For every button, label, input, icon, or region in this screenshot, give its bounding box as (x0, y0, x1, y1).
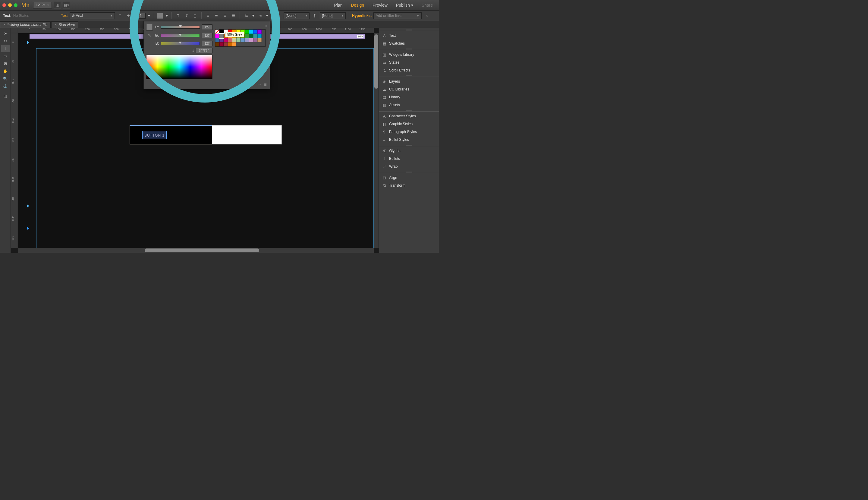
tab-document-2[interactable]: ×Start Here (51, 21, 78, 28)
swatch[interactable] (249, 34, 253, 38)
guide-marker-icon[interactable] (27, 227, 29, 230)
anchor-tool-icon[interactable]: ⚓ (1, 82, 10, 90)
chevron-down-icon[interactable]: ▼ (147, 14, 151, 18)
swatch[interactable] (219, 34, 224, 38)
swatch[interactable] (215, 34, 219, 38)
swatch[interactable] (253, 34, 257, 38)
text-color-swatch[interactable] (157, 13, 163, 19)
align-left-icon[interactable]: ≡ (205, 12, 211, 19)
para-style-icon[interactable]: ¶ (311, 12, 318, 19)
panel-item-glyphs[interactable]: ÆGlyphs (379, 147, 439, 155)
panel-item-transform[interactable]: ⧉Transform (379, 182, 439, 189)
swatch[interactable] (245, 38, 249, 42)
eyedropper-icon[interactable]: ✎ (146, 32, 153, 39)
nav-plan[interactable]: Plan (334, 3, 343, 8)
font-family-combo[interactable]: ⊕ Arial ▼ (70, 12, 115, 19)
hand-tool-icon[interactable]: ✋ (1, 67, 10, 75)
clear-link-icon[interactable]: × (424, 12, 430, 19)
text-frame[interactable]: BUTTON 1 (142, 131, 167, 139)
delete-swatch-icon[interactable]: 🗑 (264, 82, 267, 87)
view-options-icon[interactable]: ▦▾ (63, 2, 70, 9)
swatch[interactable] (241, 38, 245, 42)
swatch[interactable] (215, 30, 219, 34)
panel-item-swatches[interactable]: ▦Swatches (379, 39, 439, 47)
swatch[interactable] (228, 38, 232, 42)
vertical-scrollbar[interactable] (374, 33, 379, 248)
bold-icon[interactable]: T (175, 12, 182, 19)
text-link[interactable]: Text (61, 14, 68, 18)
swatch[interactable] (257, 34, 262, 38)
panel-item-assets[interactable]: ▥Assets (379, 101, 439, 109)
widget-container[interactable]: BUTTON 1 (130, 125, 282, 145)
hex-input[interactable]: 7F7F7F (196, 48, 212, 53)
panel-item-align[interactable]: ⊟Align (379, 174, 439, 182)
frame-tool-icon[interactable]: ⊠ (1, 60, 10, 67)
green-slider[interactable] (161, 34, 200, 37)
panel-item-cc-libraries[interactable]: ☁CC Libraries (379, 86, 439, 93)
new-swatch-icon[interactable]: ▭ (257, 82, 261, 87)
rectangle-tool-icon[interactable]: ▭ (1, 52, 10, 60)
nav-design[interactable]: Design (351, 3, 364, 8)
chevron-down-icon[interactable]: ▼ (265, 14, 269, 18)
swatch[interactable] (215, 38, 219, 42)
panel-item-text[interactable]: AText (379, 32, 439, 39)
chevron-down-icon[interactable]: ▼ (165, 14, 169, 18)
states-indicator[interactable]: No States (13, 14, 29, 18)
panel-item-graphic-styles[interactable]: ◧Graphic Styles (379, 120, 439, 128)
swatch[interactable] (219, 38, 224, 42)
panel-item-scroll-effects[interactable]: ⇅Scroll Effects (379, 66, 439, 74)
indent-icon[interactable]: ⇥ (257, 12, 263, 19)
link-icon[interactable]: ⎘ (275, 12, 282, 19)
panel-item-character-styles[interactable]: ACharacter Styles (379, 112, 439, 120)
panel-item-states[interactable]: ▭States (379, 58, 439, 66)
swatch-options-icon[interactable]: ≡ (265, 24, 267, 28)
swatch[interactable] (224, 38, 228, 42)
align-center-icon[interactable]: ≣ (213, 12, 220, 19)
italic-icon[interactable]: T (183, 12, 190, 19)
nav-publish[interactable]: Publish ▾ (396, 3, 413, 8)
swatch[interactable] (219, 42, 224, 46)
font-size-input[interactable]: 14 (134, 13, 146, 19)
panel-item-layers[interactable]: ◈Layers (379, 78, 439, 86)
swatch[interactable] (257, 30, 262, 34)
panel-item-paragraph-styles[interactable]: ¶Paragraph Styles (379, 128, 439, 136)
swatch[interactable] (245, 34, 249, 38)
swatch[interactable] (215, 42, 219, 46)
zoom-tool-icon[interactable]: 🔍 (1, 75, 10, 82)
blue-slider[interactable] (161, 42, 200, 45)
para-style-combo[interactable]: [None]▼ (320, 12, 346, 19)
panel-item-widgets-library[interactable]: ◫Widgets Library (379, 51, 439, 58)
crop-tool-icon[interactable]: ✂ (1, 37, 10, 45)
guide-marker-icon[interactable] (27, 204, 29, 207)
nav-preview[interactable]: Preview (372, 3, 387, 8)
swatch[interactable] (249, 30, 253, 34)
current-color-swatch[interactable] (146, 24, 153, 31)
red-value[interactable]: 127 (201, 24, 212, 30)
widget-state-2[interactable] (212, 125, 282, 144)
color-spectrum[interactable] (146, 55, 212, 79)
layout-icon[interactable]: ◫ (54, 2, 61, 9)
widget-state-1[interactable]: BUTTON 1 (130, 125, 212, 144)
swatch[interactable] (245, 30, 249, 34)
panel-item-library[interactable]: ▤Library (379, 93, 439, 101)
close-tab-icon[interactable]: × (55, 23, 57, 27)
swatch[interactable] (249, 38, 253, 42)
slider-handle-icon[interactable] (179, 34, 182, 36)
stepper-icon[interactable]: ≑ (125, 12, 132, 19)
chevron-down-icon[interactable]: ▼ (251, 14, 255, 18)
slider-handle-icon[interactable] (179, 42, 182, 44)
slider-handle-icon[interactable] (179, 25, 182, 27)
swatch[interactable] (253, 30, 257, 34)
swatch[interactable] (228, 42, 232, 46)
char-style-combo[interactable]: [None]▼ (283, 12, 310, 19)
nav-share[interactable]: Share (421, 3, 433, 8)
vertical-ruler[interactable]: 050100150200250300350400450500 (11, 33, 18, 248)
swatch[interactable] (224, 42, 228, 46)
panel-item-bullet-styles[interactable]: ≡Bullet Styles (379, 136, 439, 144)
align-right-icon[interactable]: ≡ (221, 12, 228, 19)
close-tab-icon[interactable]: × (3, 23, 5, 27)
guide-marker-icon[interactable] (27, 41, 29, 44)
horizontal-scrollbar[interactable] (18, 248, 374, 253)
bullets-icon[interactable]: ⁝≡ (243, 12, 250, 19)
underline-icon[interactable]: T (192, 12, 198, 19)
